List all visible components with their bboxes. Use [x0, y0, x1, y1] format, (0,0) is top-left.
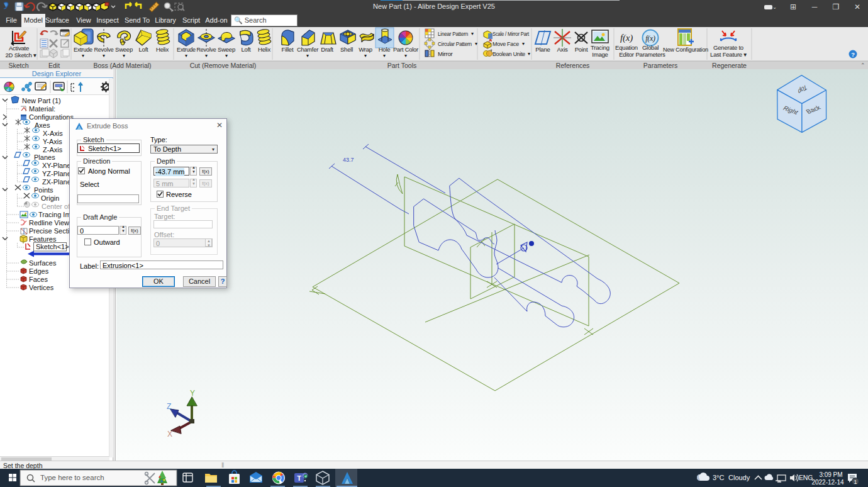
svg-text:▾: ▾: [364, 53, 367, 59]
svg-text:▾: ▾: [383, 53, 386, 59]
svg-text:43.7: 43.7: [343, 157, 354, 163]
svg-text:Y: Y: [190, 389, 195, 398]
svg-text:▾: ▾: [103, 53, 105, 59]
svg-text:Draft: Draft: [321, 46, 333, 53]
svg-text:2022-12-14: 2022-12-14: [811, 479, 844, 486]
svg-text:▾: ▾: [528, 51, 530, 57]
svg-text:Extrude: Extrude: [74, 46, 92, 53]
svg-text:1: 1: [854, 479, 857, 485]
svg-text:T: T: [297, 474, 301, 482]
svg-text:▾: ▾: [306, 53, 309, 59]
svg-text:Cloudy: Cloudy: [728, 474, 750, 481]
svg-text:Part Color: Part Color: [393, 46, 419, 53]
svg-text:Revolve: Revolve: [197, 46, 216, 53]
svg-text:Plane: Plane: [535, 46, 550, 53]
svg-text:Helix: Helix: [156, 46, 169, 53]
svg-text:ENG: ENG: [799, 474, 813, 481]
svg-text:Sweep: Sweep: [218, 46, 235, 53]
svg-text:Chamfer: Chamfer: [297, 46, 319, 53]
svg-text:3°C: 3°C: [713, 474, 725, 481]
svg-text:Revolve: Revolve: [94, 46, 114, 53]
svg-text:▾: ▾: [82, 53, 84, 59]
svg-text:Point: Point: [575, 46, 588, 53]
svg-text:Extrude: Extrude: [177, 46, 196, 53]
svg-text:Z: Z: [167, 402, 171, 411]
svg-text:2D Sketch ▾: 2D Sketch ▾: [6, 52, 36, 59]
svg-text:Loft: Loft: [138, 46, 148, 53]
svg-text:Equation: Equation: [615, 44, 638, 51]
svg-text:▾: ▾: [185, 53, 187, 59]
svg-text:Type here to search: Type here to search: [40, 474, 104, 481]
svg-text:Linear Pattern: Linear Pattern: [438, 30, 468, 37]
svg-text:Hole: Hole: [379, 46, 391, 53]
svg-text:Mirror: Mirror: [438, 50, 453, 57]
svg-text:Move Face: Move Face: [492, 40, 519, 47]
svg-text:Editor: Editor: [619, 51, 635, 58]
svg-text:Loft: Loft: [241, 46, 251, 53]
svg-text:Image: Image: [592, 51, 608, 58]
svg-text:▾: ▾: [404, 53, 407, 59]
svg-text:▾: ▾: [205, 53, 208, 59]
svg-text:▾: ▾: [522, 41, 525, 47]
svg-text:Last Feature ▾: Last Feature ▾: [710, 51, 747, 58]
svg-text:Parameters: Parameters: [635, 51, 665, 58]
svg-text:?: ?: [851, 51, 855, 58]
svg-text:Circular Pattern: Circular Pattern: [438, 40, 472, 47]
svg-text:Boolean Unite: Boolean Unite: [492, 50, 525, 57]
svg-text:Helix: Helix: [258, 46, 271, 53]
svg-text:▾: ▾: [475, 41, 477, 47]
svg-text:New Configuration: New Configuration: [663, 46, 708, 53]
svg-text:Tracing: Tracing: [591, 44, 609, 51]
svg-text:▾: ▾: [225, 53, 228, 59]
svg-text:Axis: Axis: [557, 46, 568, 53]
svg-text:▾: ▾: [471, 31, 474, 36]
svg-text:3:09 PM: 3:09 PM: [819, 471, 842, 478]
svg-text:f(x): f(x): [645, 34, 655, 43]
svg-text:▾: ▾: [123, 53, 125, 59]
svg-text:Sweep: Sweep: [115, 46, 133, 53]
svg-text:f(x): f(x): [620, 33, 633, 43]
svg-text:Wrap: Wrap: [359, 46, 372, 53]
svg-text:Fillet: Fillet: [282, 46, 294, 53]
svg-text:Shell: Shell: [340, 46, 353, 53]
svg-text:X: X: [167, 430, 172, 439]
svg-text:Generate to: Generate to: [713, 44, 743, 51]
svg-text:Scale / Mirror Part: Scale / Mirror Part: [492, 30, 529, 37]
svg-text:Activate: Activate: [9, 45, 29, 52]
svg-text:Global: Global: [642, 44, 659, 51]
